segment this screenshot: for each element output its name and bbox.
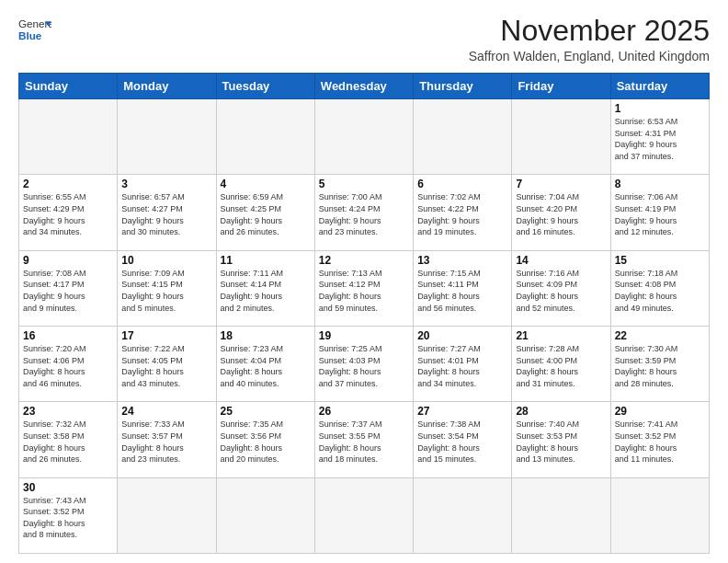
cell-w5-d2 [216,477,314,553]
svg-text:Blue: Blue [18,29,42,41]
day-number: 5 [319,178,409,190]
day-number: 2 [23,178,113,190]
day-number: 26 [319,405,409,418]
cell-w5-d0: 30Sunrise: 7:43 AMSunset: 3:52 PMDayligh… [19,477,118,553]
day-number: 28 [516,405,606,418]
day-info: Sunrise: 7:06 AMSunset: 4:19 PMDaylight:… [615,191,705,237]
cell-w2-d3: 12Sunrise: 7:13 AMSunset: 4:12 PMDayligh… [314,250,413,326]
cell-w0-d3 [314,99,413,175]
cell-w1-d5: 7Sunrise: 7:04 AMSunset: 4:20 PMDaylight… [512,175,610,250]
day-number: 24 [121,405,211,418]
day-info: Sunrise: 7:00 AMSunset: 4:24 PMDaylight:… [319,191,409,237]
header: General Blue November 2025 Saffron Walde… [18,15,710,63]
header-saturday: Saturday [610,74,709,99]
cell-w4-d5: 28Sunrise: 7:40 AMSunset: 3:53 PMDayligh… [512,402,610,477]
day-number: 19 [319,329,409,342]
day-number: 17 [121,329,211,342]
cell-w3-d3: 19Sunrise: 7:25 AMSunset: 4:03 PMDayligh… [314,327,413,402]
day-info: Sunrise: 6:59 AMSunset: 4:25 PMDaylight:… [221,191,311,237]
logo: General Blue [18,15,51,48]
week-row-2: 9Sunrise: 7:08 AMSunset: 4:17 PMDaylight… [19,250,710,326]
cell-w3-d5: 21Sunrise: 7:28 AMSunset: 4:00 PMDayligh… [512,327,610,402]
day-info: Sunrise: 6:55 AMSunset: 4:29 PMDaylight:… [23,191,113,237]
cell-w4-d3: 26Sunrise: 7:37 AMSunset: 3:55 PMDayligh… [314,402,413,477]
header-wednesday: Wednesday [314,74,413,99]
cell-w1-d4: 6Sunrise: 7:02 AMSunset: 4:22 PMDaylight… [414,175,512,250]
day-info: Sunrise: 7:30 AMSunset: 3:59 PMDaylight:… [615,343,705,389]
cell-w5-d4 [414,477,512,553]
day-info: Sunrise: 6:53 AMSunset: 4:31 PMDaylight:… [615,116,705,162]
title-section: November 2025 Saffron Walden, England, U… [469,15,710,63]
day-info: Sunrise: 7:28 AMSunset: 4:00 PMDaylight:… [516,343,606,389]
cell-w2-d5: 14Sunrise: 7:16 AMSunset: 4:09 PMDayligh… [512,250,610,326]
cell-w0-d5 [512,99,610,175]
day-number: 25 [221,405,311,418]
header-monday: Monday [118,74,216,99]
header-thursday: Thursday [414,74,512,99]
day-info: Sunrise: 7:20 AMSunset: 4:06 PMDaylight:… [23,343,113,389]
cell-w1-d2: 4Sunrise: 6:59 AMSunset: 4:25 PMDaylight… [216,175,314,250]
cell-w3-d0: 16Sunrise: 7:20 AMSunset: 4:06 PMDayligh… [19,327,118,402]
calendar-table: Sunday Monday Tuesday Wednesday Thursday… [18,73,710,554]
day-info: Sunrise: 7:38 AMSunset: 3:54 PMDaylight:… [417,419,507,465]
day-number: 18 [221,329,311,342]
cell-w0-d0 [19,99,118,175]
cell-w2-d6: 15Sunrise: 7:18 AMSunset: 4:08 PMDayligh… [610,250,709,326]
header-sunday: Sunday [19,74,118,99]
cell-w2-d1: 10Sunrise: 7:09 AMSunset: 4:15 PMDayligh… [118,250,216,326]
cell-w2-d4: 13Sunrise: 7:15 AMSunset: 4:11 PMDayligh… [414,250,512,326]
week-row-5: 30Sunrise: 7:43 AMSunset: 3:52 PMDayligh… [19,477,710,553]
day-number: 21 [516,329,606,342]
day-number: 10 [121,254,211,267]
day-info: Sunrise: 7:32 AMSunset: 3:58 PMDaylight:… [23,419,113,465]
cell-w5-d5 [512,477,610,553]
day-info: Sunrise: 7:40 AMSunset: 3:53 PMDaylight:… [516,419,606,465]
day-number: 8 [615,178,705,190]
day-info: Sunrise: 7:16 AMSunset: 4:09 PMDaylight:… [516,268,606,314]
day-info: Sunrise: 7:25 AMSunset: 4:03 PMDaylight:… [319,343,409,389]
logo-icon: General Blue [18,15,51,48]
cell-w0-d4 [414,99,512,175]
week-row-3: 16Sunrise: 7:20 AMSunset: 4:06 PMDayligh… [19,327,710,402]
day-info: Sunrise: 7:37 AMSunset: 3:55 PMDaylight:… [319,419,409,465]
day-number: 14 [516,254,606,267]
cell-w4-d2: 25Sunrise: 7:35 AMSunset: 3:56 PMDayligh… [216,402,314,477]
day-info: Sunrise: 7:27 AMSunset: 4:01 PMDaylight:… [417,343,507,389]
day-info: Sunrise: 7:15 AMSunset: 4:11 PMDaylight:… [417,268,507,314]
day-info: Sunrise: 7:33 AMSunset: 3:57 PMDaylight:… [121,419,211,465]
cell-w0-d6: 1Sunrise: 6:53 AMSunset: 4:31 PMDaylight… [610,99,709,175]
day-info: Sunrise: 7:35 AMSunset: 3:56 PMDaylight:… [221,419,311,465]
day-number: 29 [615,405,705,418]
day-info: Sunrise: 7:23 AMSunset: 4:04 PMDaylight:… [221,343,311,389]
day-info: Sunrise: 7:41 AMSunset: 3:52 PMDaylight:… [615,419,705,465]
header-tuesday: Tuesday [216,74,314,99]
cell-w4-d1: 24Sunrise: 7:33 AMSunset: 3:57 PMDayligh… [118,402,216,477]
day-number: 11 [221,254,311,267]
cell-w4-d4: 27Sunrise: 7:38 AMSunset: 3:54 PMDayligh… [414,402,512,477]
day-number: 23 [23,405,113,418]
cell-w3-d1: 17Sunrise: 7:22 AMSunset: 4:05 PMDayligh… [118,327,216,402]
month-title: November 2025 [469,15,710,47]
header-row: Sunday Monday Tuesday Wednesday Thursday… [19,74,710,99]
day-info: Sunrise: 7:22 AMSunset: 4:05 PMDaylight:… [121,343,211,389]
cell-w1-d1: 3Sunrise: 6:57 AMSunset: 4:27 PMDaylight… [118,175,216,250]
page: General Blue November 2025 Saffron Walde… [0,0,728,563]
day-info: Sunrise: 7:04 AMSunset: 4:20 PMDaylight:… [516,191,606,237]
day-number: 9 [23,254,113,267]
day-number: 20 [417,329,507,342]
day-info: Sunrise: 7:08 AMSunset: 4:17 PMDaylight:… [23,268,113,314]
cell-w3-d4: 20Sunrise: 7:27 AMSunset: 4:01 PMDayligh… [414,327,512,402]
day-info: Sunrise: 7:18 AMSunset: 4:08 PMDaylight:… [615,268,705,314]
cell-w0-d1 [118,99,216,175]
day-number: 15 [615,254,705,267]
week-row-0: 1Sunrise: 6:53 AMSunset: 4:31 PMDaylight… [19,99,710,175]
week-row-4: 23Sunrise: 7:32 AMSunset: 3:58 PMDayligh… [19,402,710,477]
day-number: 6 [417,178,507,190]
cell-w4-d0: 23Sunrise: 7:32 AMSunset: 3:58 PMDayligh… [19,402,118,477]
day-number: 13 [417,254,507,267]
cell-w1-d3: 5Sunrise: 7:00 AMSunset: 4:24 PMDaylight… [314,175,413,250]
svg-text:General: General [18,17,51,29]
cell-w5-d6 [610,477,709,553]
day-number: 12 [319,254,409,267]
cell-w5-d3 [314,477,413,553]
